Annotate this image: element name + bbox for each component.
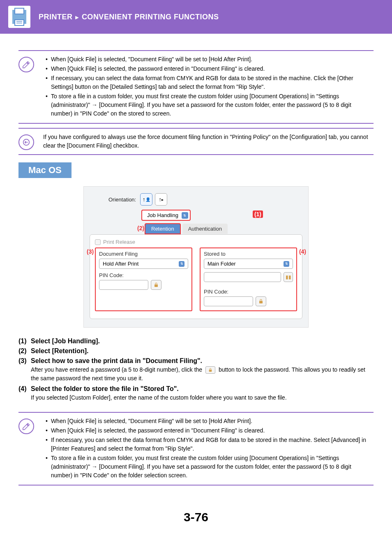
- stored-to-label: Stored to: [204, 251, 293, 257]
- page-number: 3-76: [0, 510, 392, 541]
- lock-button-2[interactable]: [256, 296, 266, 306]
- svg-rect-2: [15, 8, 24, 14]
- pin-code-label: PIN Code:: [99, 272, 188, 278]
- note-text: When [Quick File] is selected, the passw…: [51, 65, 265, 73]
- prohibit-icon: [18, 134, 34, 150]
- pin-code-label-2: PIN Code:: [204, 289, 293, 295]
- pin-code-input-2[interactable]: [204, 296, 253, 306]
- tab-retention[interactable]: Retention: [145, 223, 181, 234]
- note-bullet: •If necessary, you can select the data f…: [43, 74, 374, 91]
- policy-note-block: If you have configured to always use the…: [18, 128, 374, 155]
- note-block-top: •When [Quick File] is selected, "Documen…: [18, 50, 374, 124]
- lock-button[interactable]: [151, 280, 161, 290]
- document-filing-group: (3) Document Filing Hold After Print ⇅ P…: [95, 247, 192, 311]
- print-release-checkbox[interactable]: [95, 239, 101, 245]
- tab-retention-label: Retention: [151, 226, 174, 232]
- print-dialog: Orientation: ↑👤 ↑▸ Job Handling ⇅ (1) (2…: [83, 186, 309, 328]
- note-text: When [Quick File] is selected, the passw…: [51, 426, 265, 435]
- orientation-label: Orientation:: [108, 197, 136, 203]
- spinner-icon: ⇅: [284, 261, 289, 267]
- print-release-label: Print Release: [103, 239, 135, 245]
- tab-auth-label: Authentication: [188, 226, 222, 232]
- note-text: If necessary, you can select the data fo…: [51, 436, 374, 453]
- section-select-label: Job Handling: [147, 212, 178, 218]
- spinner-icon: ⇅: [179, 261, 184, 267]
- note-text: To store a file in a custom folder, you …: [51, 454, 374, 480]
- svg-rect-6: [154, 284, 158, 287]
- section-select[interactable]: Job Handling ⇅: [141, 210, 191, 221]
- note-bullet: •If necessary, you can select the data f…: [43, 436, 374, 453]
- step-body: If you selected [Custom Folder], enter t…: [18, 393, 374, 402]
- pin-code-input[interactable]: [99, 280, 148, 290]
- step-num: (4): [18, 385, 31, 393]
- callout-4: (4): [299, 248, 306, 255]
- callout-1: (1): [253, 210, 263, 218]
- callout-2: (2): [137, 225, 144, 231]
- step-num: (1): [18, 338, 31, 345]
- orientation-portrait-button[interactable]: ↑👤: [140, 193, 152, 206]
- step-num: (2): [18, 347, 31, 355]
- svg-rect-8: [209, 370, 212, 372]
- doc-filing-label: Document Filing: [99, 251, 188, 257]
- note-bullet: •When [Quick File] is selected, the pass…: [43, 426, 374, 435]
- step-title: Select the folder to store the file in "…: [31, 385, 179, 393]
- note-bullet: •To store a file in a custom folder, you…: [43, 454, 374, 480]
- retention-panel: Print Release (3) Document Filing Hold A…: [90, 234, 302, 319]
- step-body-text-a: After you have entered a password (a 5 t…: [31, 366, 204, 373]
- note-text: When [Quick File] is selected, "Document…: [51, 417, 252, 426]
- stored-to-group: (4) Stored to Main Folder ⇅ ▮▮ PIN Code:: [200, 247, 297, 311]
- chevron-right-icon: ►: [74, 14, 80, 21]
- note-text: When [Quick File] is selected, "Document…: [51, 55, 252, 64]
- note-block-bottom: •When [Quick File] is selected, "Documen…: [18, 412, 374, 486]
- breadcrumb: PRINTER►CONVENIENT PRINTING FUNCTIONS: [39, 13, 219, 21]
- step-title: Select [Retention].: [31, 347, 88, 355]
- stored-to-select[interactable]: Main Folder ⇅: [204, 259, 293, 269]
- note-bullet: •To store a file in a custom folder, you…: [43, 92, 374, 118]
- print-release-row: Print Release: [95, 239, 297, 245]
- note-bullet: •When [Quick File] is selected, "Documen…: [43, 417, 374, 426]
- header-bar: PRINTER►CONVENIENT PRINTING FUNCTIONS: [0, 0, 392, 34]
- step-body: After you have entered a password (a 5 t…: [18, 365, 374, 383]
- orientation-landscape-button[interactable]: ↑▸: [155, 193, 167, 206]
- header-title: CONVENIENT PRINTING FUNCTIONS: [82, 13, 219, 21]
- note-bullet: •When [Quick File] is selected, the pass…: [43, 65, 374, 73]
- svg-rect-7: [259, 301, 263, 303]
- header-section: PRINTER: [39, 13, 73, 21]
- os-badge: Mac OS: [18, 162, 71, 178]
- policy-note-text: If you have configured to always use the…: [43, 134, 368, 149]
- step-num: (3): [18, 357, 31, 365]
- lock-icon-inline: [205, 366, 215, 374]
- spinner-icon: ⇅: [182, 212, 188, 219]
- folder-browse-button[interactable]: ▮▮: [284, 272, 293, 282]
- pencil-icon: [18, 57, 34, 72]
- svg-rect-3: [15, 20, 24, 25]
- pencil-icon: [18, 419, 34, 434]
- folder-name-input[interactable]: [204, 272, 281, 282]
- note-bullet: •When [Quick File] is selected, "Documen…: [43, 55, 374, 64]
- callout-3: (3): [87, 248, 94, 255]
- tab-authentication[interactable]: Authentication: [182, 224, 228, 234]
- stored-to-value: Main Folder: [208, 261, 236, 267]
- note-text: If necessary, you can select the data fo…: [51, 74, 374, 91]
- step-title: Select [Job Handling].: [31, 338, 100, 345]
- steps-list: (1)Select [Job Handling]. (2)Select [Ret…: [18, 338, 374, 402]
- doc-filing-select[interactable]: Hold After Print ⇅: [99, 259, 188, 269]
- doc-filing-value: Hold After Print: [103, 261, 138, 267]
- step-title: Select how to save the print data in "Do…: [31, 357, 202, 365]
- note-text: To store a file in a custom folder, you …: [51, 92, 374, 118]
- printer-icon: [8, 6, 30, 28]
